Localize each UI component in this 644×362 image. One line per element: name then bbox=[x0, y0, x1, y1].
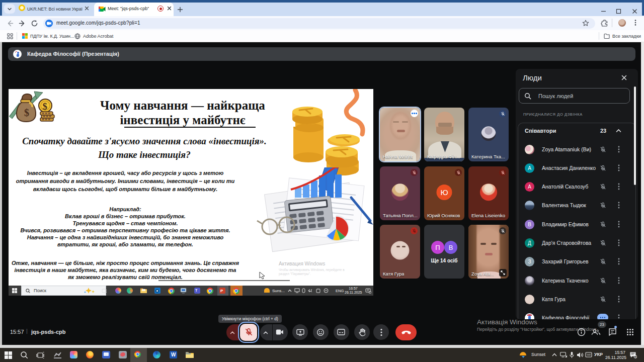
svg-text:1: 1 bbox=[635, 355, 636, 358]
